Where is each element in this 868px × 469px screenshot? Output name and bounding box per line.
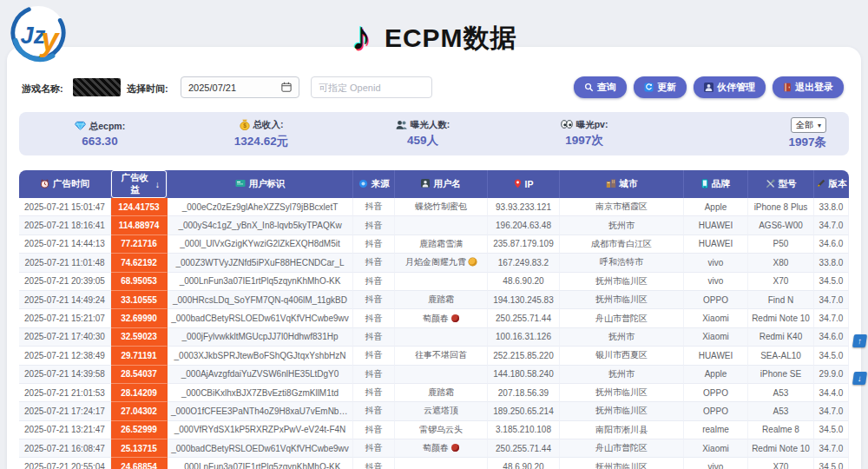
jzy-logo-icon: Jz y	[9, 3, 68, 63]
stat-label: 曝光pv:	[576, 119, 608, 131]
cell-city: 抚州市临川区	[560, 291, 684, 309]
openid-input[interactable]	[311, 76, 432, 98]
col-header-brand[interactable]: 品牌	[684, 170, 748, 198]
cell-city: 抚州市临川区	[560, 273, 684, 291]
cell-version: 34.5.0	[814, 458, 849, 469]
cell-ip: 207.18.56.39	[488, 384, 560, 402]
cell-source: 抖音	[353, 421, 395, 439]
cell-ip: 194.130.245.83	[488, 291, 560, 309]
cell-city: 抚州市	[560, 366, 684, 384]
col-header-city[interactable]: 城市	[560, 170, 684, 198]
cell-username	[395, 458, 488, 469]
cell-version: 33.8.0	[814, 198, 849, 216]
cell-username	[395, 273, 488, 291]
col-header-revenue[interactable]: 广告收益↓	[111, 170, 168, 198]
cell-source: 抖音	[353, 328, 395, 347]
stat-value: 663.30	[82, 135, 117, 148]
cell-brand: Xiaomi	[684, 439, 748, 458]
stat-value: 459人	[407, 133, 438, 149]
city-icon	[606, 179, 616, 189]
cell-model: X70	[748, 273, 814, 291]
game-name-label: 游戏名称:	[22, 83, 63, 96]
scroll-bottom-button[interactable]: ↓	[852, 372, 867, 385]
cell-source: 抖音	[353, 216, 395, 234]
range-select[interactable]: 全部 ▾	[791, 117, 826, 133]
cell-model: Find N	[748, 291, 814, 309]
cell-model: Realme 8	[748, 421, 814, 439]
game-name-value-censored[interactable]	[73, 78, 121, 96]
cell-version: 34.7.0	[814, 291, 849, 309]
cell-source: 抖音	[353, 291, 395, 309]
col-label: 广告时间	[53, 178, 89, 190]
cell-brand: HUAWEI	[684, 216, 748, 234]
cell-ip: 48.6.90.20	[488, 273, 560, 291]
cell-city: 抚州市	[560, 216, 684, 234]
partner-manage-button[interactable]: 伙伴管理	[694, 76, 766, 98]
cell-time: 2025-07-21 17:24:17	[19, 402, 111, 420]
partner-icon	[704, 83, 713, 92]
table-row: 2025-07-21 14:49:2433.10555_000HRcsLDq_S…	[19, 291, 849, 309]
cell-openid: _000badCBetyRSLOEDw61VqKfVHCwbe9wv	[168, 309, 353, 327]
down-arrow-icon: ↓	[857, 373, 863, 383]
col-header-model[interactable]: 型号	[748, 170, 814, 198]
cell-ip: 3.185.210.108	[488, 421, 560, 439]
cell-version: 29.9.0	[814, 366, 849, 384]
cell-city: 舟山市普陀区	[560, 439, 684, 458]
cell-username: 鹿踏霜	[395, 291, 488, 309]
stat-total-revenue: $总收入:1324.62元	[181, 112, 342, 155]
table-row: 2025-07-21 20:55:0424.68854_000LnFun3a07…	[19, 458, 849, 469]
cell-username: 雷锣乌云头	[395, 421, 488, 439]
cell-model: SEA-AL10	[748, 347, 814, 365]
cell-username: 鹿踏霜	[395, 384, 488, 402]
cell-revenue: 33.10555	[111, 291, 168, 309]
table-row: 2025-07-21 17:24:1727.04302_000O1fCFEE3P…	[19, 402, 849, 420]
cell-source: 抖音	[353, 384, 395, 402]
table-row: 2025-07-21 15:21:0732.69990_000badCBetyR…	[19, 309, 849, 327]
cell-username: 往事不堪回首	[395, 347, 488, 365]
scroll-top-button[interactable]: ↑	[852, 334, 867, 347]
cell-version: 34.5.0	[814, 347, 849, 365]
cell-model: iPhone 8 Plus	[748, 198, 814, 216]
date-picker[interactable]: 2025/07/21	[181, 76, 299, 98]
cell-ip: 167.249.83.2	[488, 254, 560, 272]
cell-version: 34.7.0	[814, 309, 849, 327]
col-header-ip[interactable]: IP	[488, 170, 560, 198]
col-header-source[interactable]: 来源	[353, 170, 395, 198]
cell-revenue: 24.68854	[111, 458, 168, 469]
cell-city: 舟山市普陀区	[560, 309, 684, 327]
col-header-time[interactable]: 广告时间	[19, 170, 111, 198]
cell-openid: _000jFylvwkkltMGUcpJJ7l0Hdhwf831Hp	[168, 328, 353, 347]
cell-username	[395, 328, 488, 347]
query-button[interactable]: 查询	[574, 76, 627, 98]
cell-username	[395, 216, 488, 234]
cell-revenue: 29.71191	[111, 347, 168, 365]
cell-time: 2025-07-21 14:44:13	[19, 235, 111, 254]
cell-ip: 250.255.71.44	[488, 309, 560, 327]
cell-openid: _000AjAvzgfdaiYuZVSW6nlHE35LtDgY0	[168, 366, 353, 384]
cell-model: X80	[748, 254, 814, 272]
col-header-version[interactable]: 版本	[814, 170, 849, 198]
revenue-sort-button[interactable]: 广告收益↓	[111, 170, 167, 198]
action-buttons: 查询更新伙伴管理退出登录	[574, 76, 844, 98]
col-header-username[interactable]: 用户名	[395, 170, 488, 198]
cell-username: 蝶烧竹制蜜包	[395, 198, 488, 216]
stat-exposed-users: 曝光人数:459人	[342, 112, 503, 155]
cell-model: AGS6-W00	[748, 216, 814, 234]
cell-version: 34.7.0	[814, 216, 849, 234]
people-icon	[396, 120, 407, 131]
cell-revenue: 25.13715	[111, 439, 168, 458]
cell-version: 34.4.0	[814, 384, 849, 402]
stat-value: 1324.62元	[234, 134, 288, 149]
cell-openid: _000eCz0zEz9glAheXZZSyl79jBBcxletT	[168, 198, 353, 216]
col-header-openid[interactable]: 用户标识	[168, 170, 353, 198]
cell-version: 34.7.0	[814, 402, 849, 420]
data-table-wrap: 广告时间广告收益↓用户标识来源用户名IP城市品牌型号版本 2025-07-21 …	[19, 170, 849, 469]
chevron-down-icon: ▾	[818, 122, 821, 129]
refresh-button[interactable]: 更新	[634, 76, 687, 98]
logo-text-y: y	[39, 22, 61, 57]
table-body: 2025-07-21 15:01:47124.41753_000eCz0zEz9…	[19, 198, 849, 469]
cell-city: 银川市西夏区	[560, 347, 684, 365]
page-title: ECPM数据	[385, 23, 517, 52]
stat-label: 曝光人数:	[411, 119, 450, 131]
logout-button[interactable]: 退出登录	[773, 76, 844, 98]
